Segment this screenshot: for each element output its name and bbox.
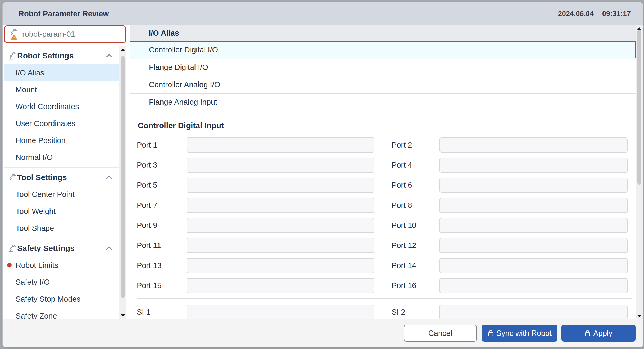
input-port-8[interactable]	[439, 198, 628, 213]
sidebar-item-label: Home Position	[4, 136, 66, 145]
sidebar-section: Tool Settings Tool Center Point Tool Wei…	[4, 167, 119, 237]
port-label: Port 3	[137, 161, 187, 169]
param-name-field[interactable]	[4, 25, 126, 43]
sidebar-item-safety-i-o[interactable]: Safety I/O	[4, 274, 119, 291]
input-port-7[interactable]	[187, 198, 374, 213]
input-port-3[interactable]	[187, 158, 374, 173]
sidebar-section-header-safety-settings[interactable]: Safety Settings	[4, 240, 119, 257]
sidebar-item-label: I/O Alias	[4, 68, 44, 77]
input-port-11[interactable]	[187, 238, 374, 253]
port-label: Port 12	[392, 241, 439, 250]
input-port-14[interactable]	[439, 258, 628, 273]
sidebar-item-label: Tool Shape	[4, 224, 54, 233]
input-port-15[interactable]	[187, 278, 374, 293]
apply-button-label: Apply	[593, 329, 613, 338]
sidebar-item-tool-shape[interactable]: Tool Shape	[4, 220, 119, 237]
input-port-4[interactable]	[439, 158, 628, 173]
port-row: Port 3 Port 4	[137, 158, 636, 173]
io-category-label: Flange Digital I/O	[149, 63, 208, 72]
port-row: Port 1 Port 2	[137, 137, 636, 153]
port-row: Port 5 Port 6	[137, 178, 636, 193]
sidebar-item-robot-limits[interactable]: Robot Limits	[4, 257, 119, 274]
io-category-label: Controller Digital I/O	[149, 45, 218, 54]
sidebar-scrollbar[interactable]	[119, 46, 126, 319]
param-name-input[interactable]	[22, 30, 121, 39]
sidebar-item-label: World Coordinates	[4, 102, 79, 111]
port-label: Port 11	[137, 241, 187, 250]
sidebar-section-header-robot-settings[interactable]: Robot Settings	[4, 47, 119, 64]
robot-arm-icon	[8, 244, 16, 252]
chevron-up-icon[interactable]	[106, 53, 113, 58]
sidebar-item-safety-stop-modes[interactable]: Safety Stop Modes	[4, 291, 119, 307]
lock-icon	[488, 330, 494, 337]
sidebar-section-label: Robot Settings	[17, 51, 74, 60]
port-row: Port 15 Port 16	[137, 278, 636, 293]
port-label: Port 4	[392, 161, 439, 169]
sidebar-item-label: Tool Center Point	[4, 190, 74, 199]
scroll-down-arrow-icon[interactable]	[637, 315, 642, 317]
chevron-up-icon[interactable]	[106, 175, 113, 180]
port-label: Port 1	[137, 141, 187, 149]
input-si-1[interactable]	[187, 305, 374, 319]
input-port-16[interactable]	[439, 278, 628, 293]
sidebar-item-label: Safety I/O	[4, 278, 50, 287]
lock-icon	[584, 330, 591, 337]
input-port-5[interactable]	[187, 178, 374, 193]
input-port-9[interactable]	[187, 218, 374, 233]
robot-parameter-review-window: Robot Parameter Review 2024.06.04 09:31:…	[3, 2, 643, 347]
io-category-controller-analog-i-o[interactable]: Controller Analog I/O	[130, 76, 636, 94]
sync-with-robot-button[interactable]: Sync with Robot	[482, 325, 557, 342]
port-label: SI 2	[392, 308, 439, 316]
chevron-up-icon[interactable]	[106, 246, 113, 251]
io-category-controller-digital-i-o[interactable]: Controller Digital I/O	[130, 41, 636, 59]
main-scrollbar[interactable]	[636, 25, 643, 319]
io-category-list: Controller Digital I/O Flange Digital I/…	[130, 41, 636, 111]
input-port-12[interactable]	[439, 238, 628, 253]
io-category-flange-analog-input[interactable]: Flange Analog Input	[130, 94, 636, 111]
port-label: Port 14	[392, 261, 439, 270]
titlebar: Robot Parameter Review 2024.06.04 09:31:…	[3, 2, 643, 25]
input-port-1[interactable]	[187, 137, 374, 153]
port-label: Port 6	[392, 181, 439, 190]
robot-arm-warning-icon	[9, 28, 20, 40]
input-port-6[interactable]	[439, 178, 628, 193]
sidebar-section-header-tool-settings[interactable]: Tool Settings	[4, 169, 119, 186]
sidebar-item-i-o-alias[interactable]: I/O Alias	[4, 64, 119, 81]
sidebar-item-user-coordinates[interactable]: User Coordinates	[4, 115, 119, 132]
port-label: SI 1	[137, 308, 187, 316]
cancel-button-label: Cancel	[428, 329, 452, 338]
robot-arm-icon	[8, 52, 16, 60]
sidebar-item-label: Normal I/O	[4, 153, 53, 162]
main-scrollbar-thumb[interactable]	[637, 30, 641, 185]
sidebar-item-tool-weight[interactable]: Tool Weight	[4, 203, 119, 220]
sync-button-label: Sync with Robot	[496, 329, 552, 338]
sidebar-section-items: Tool Center Point Tool Weight Tool Shape	[4, 186, 119, 237]
time-label: 09:31:17	[602, 10, 631, 18]
sidebar-scrollbar-thumb[interactable]	[121, 56, 125, 298]
sidebar-item-home-position[interactable]: Home Position	[4, 132, 119, 149]
input-si-2[interactable]	[439, 305, 628, 319]
sidebar-item-label: Tool Weight	[4, 207, 56, 216]
io-category-flange-digital-i-o[interactable]: Flange Digital I/O	[130, 59, 636, 76]
sidebar-section-items: I/O Alias Mount World Coordinates User C…	[4, 64, 119, 166]
sidebar-item-mount[interactable]: Mount	[4, 81, 119, 98]
input-port-13[interactable]	[187, 258, 374, 273]
sidebar-item-world-coordinates[interactable]: World Coordinates	[4, 98, 119, 115]
port-row: Port 7 Port 8	[137, 198, 636, 213]
input-port-10[interactable]	[439, 218, 628, 233]
port-label: Port 15	[137, 281, 187, 290]
sidebar-item-safety-zone[interactable]: Safety Zone	[4, 307, 119, 319]
sidebar-section: Safety Settings Robot Limits Safety I/O …	[4, 238, 119, 319]
port-row: SI 1 SI 2	[137, 305, 636, 319]
panel-header-label: I/O Alias	[149, 29, 179, 38]
sidebar-item-normal-i-o[interactable]: Normal I/O	[4, 149, 119, 166]
input-port-2[interactable]	[439, 137, 628, 153]
apply-button[interactable]: Apply	[561, 325, 636, 342]
cancel-button[interactable]: Cancel	[404, 325, 477, 342]
port-label: Port 10	[392, 221, 439, 230]
scroll-down-arrow-icon[interactable]	[120, 314, 125, 317]
sidebar-item-tool-center-point[interactable]: Tool Center Point	[4, 186, 119, 203]
sidebar-item-label: Safety Zone	[4, 312, 57, 319]
scroll-up-arrow-icon[interactable]	[120, 49, 125, 51]
port-label: Port 9	[137, 221, 187, 230]
